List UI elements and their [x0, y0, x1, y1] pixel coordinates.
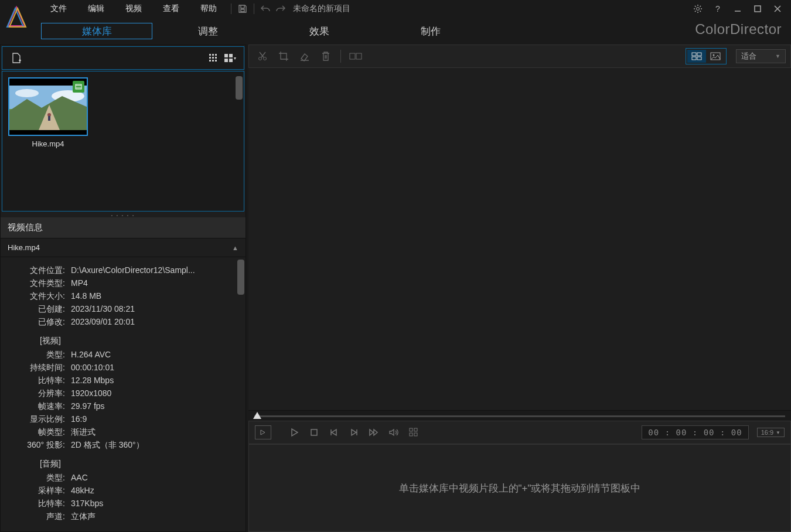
view-single-button[interactable]: [706, 50, 725, 63]
video-badge-icon: [73, 81, 84, 93]
info-label: 分辨率:: [12, 388, 71, 399]
menu-bar: 文件 编辑 视频 查看 帮助 未命名的新项目: [40, 0, 350, 18]
preview-toolbar: 适合 ▼: [248, 45, 791, 68]
svg-rect-12: [224, 54, 228, 57]
tab-produce[interactable]: 制作: [375, 23, 486, 39]
view-thumbnails-button[interactable]: [687, 50, 706, 63]
stop-button[interactable]: [305, 424, 323, 441]
tab-effects[interactable]: 效果: [264, 23, 375, 39]
brand-label: ColorDirector: [695, 21, 782, 37]
help-icon[interactable]: ?: [709, 2, 727, 16]
timecode-display[interactable]: 00 : 00 : 00 : 00: [642, 425, 748, 439]
play-button[interactable]: [285, 424, 303, 441]
separator: [231, 4, 231, 14]
svg-rect-15: [229, 59, 233, 62]
zoom-dropdown[interactable]: 适合 ▼: [736, 49, 786, 63]
play-range-button[interactable]: [255, 425, 271, 439]
next-frame-button[interactable]: [345, 424, 363, 441]
info-value: 29.97 fps: [71, 401, 234, 412]
menu-video[interactable]: 视频: [115, 0, 152, 18]
grid-icon[interactable]: [405, 424, 422, 441]
svg-point-28: [259, 57, 262, 60]
svg-rect-42: [414, 433, 417, 436]
info-label: 类型:: [12, 473, 71, 483]
separator: [254, 4, 254, 14]
file-name-label: Hike.mp4: [8, 243, 40, 252]
close-button[interactable]: [769, 2, 786, 16]
timeline-slider[interactable]: [248, 410, 791, 421]
slider-thumb[interactable]: [253, 412, 261, 419]
svg-rect-9: [209, 60, 211, 62]
title-bar: 文件 编辑 视频 查看 帮助 未命名的新项目 ?: [0, 0, 791, 18]
svg-rect-5: [215, 54, 217, 56]
minimize-button[interactable]: [729, 2, 746, 16]
audio-section-heading: [音频]: [12, 459, 88, 469]
svg-rect-35: [697, 57, 701, 60]
svg-rect-32: [692, 53, 696, 56]
trash-icon[interactable]: [317, 48, 335, 64]
info-label: 文件类型:: [12, 278, 71, 289]
media-toolbar: ▾: [2, 46, 244, 70]
menu-edit[interactable]: 编辑: [77, 0, 115, 18]
file-name-header[interactable]: Hike.mp4 ▲: [1, 238, 246, 257]
prev-frame-button[interactable]: [325, 424, 343, 441]
volume-icon[interactable]: [385, 424, 403, 441]
splitter[interactable]: • • • • •: [1, 213, 246, 217]
tab-media[interactable]: 媒体库: [41, 23, 152, 39]
settings-icon[interactable]: [689, 2, 707, 16]
info-scroll: 文件位置:D:\Axure\ColorDirector12\Sampl... 文…: [1, 257, 246, 531]
fast-forward-button[interactable]: [365, 424, 383, 441]
zoom-label: 适合: [741, 51, 756, 62]
aspect-label: 16:9: [761, 429, 773, 436]
info-label: 文件位置:: [12, 265, 71, 276]
info-value: H.264 AVC: [71, 350, 234, 360]
info-label: 帧类型:: [12, 427, 71, 438]
maximize-button[interactable]: [749, 2, 766, 16]
menu-view[interactable]: 查看: [152, 0, 190, 18]
info-value: 48kHz: [71, 486, 234, 496]
svg-rect-40: [414, 428, 417, 431]
import-icon[interactable]: [8, 50, 25, 66]
info-label: 采样率:: [12, 486, 71, 496]
project-title: 未命名的新项目: [293, 4, 350, 14]
info-value: 2023/09/01 20:01: [71, 317, 234, 328]
storyboard-panel[interactable]: 单击媒体库中视频片段上的"+"或将其拖动到情节图板中: [248, 444, 791, 532]
info-label: 360° 投影:: [12, 440, 71, 451]
svg-point-0: [697, 8, 700, 11]
info-label: 声道:: [12, 511, 71, 522]
collapse-arrow-icon: ▲: [232, 244, 238, 251]
tab-adjust[interactable]: 调整: [152, 23, 264, 39]
grid-view-icon[interactable]: [205, 50, 221, 66]
window-controls: ?: [689, 2, 786, 16]
svg-rect-31: [356, 53, 362, 59]
aspect-ratio-badge[interactable]: 16:9 ▼: [757, 428, 785, 437]
info-label: 文件大小:: [12, 291, 71, 302]
info-value: 317Kbps: [71, 499, 234, 509]
app-logo-icon: [5, 5, 28, 28]
erase-icon[interactable]: [296, 48, 313, 64]
info-label: 持续时间:: [12, 363, 71, 373]
crop-icon[interactable]: [275, 48, 292, 64]
menu-file[interactable]: 文件: [40, 0, 77, 18]
info-label: 类型:: [12, 350, 71, 360]
scrollbar[interactable]: [237, 260, 244, 295]
workspace: ▾: [0, 45, 791, 532]
info-value: MP4: [71, 278, 234, 289]
thumbnail-label: Hike.mp4: [8, 139, 88, 148]
media-thumbnail[interactable]: Hike.mp4: [8, 77, 88, 148]
save-icon[interactable]: [235, 1, 250, 16]
svg-rect-7: [212, 57, 214, 59]
redo-icon[interactable]: [273, 1, 288, 16]
undo-icon[interactable]: [258, 1, 273, 16]
svg-rect-4: [212, 54, 214, 56]
compare-icon[interactable]: [347, 48, 364, 64]
svg-rect-38: [311, 429, 317, 435]
cut-icon[interactable]: [254, 48, 271, 64]
svg-rect-14: [224, 59, 228, 62]
large-view-icon[interactable]: ▾: [221, 50, 238, 66]
menu-help[interactable]: 帮助: [190, 0, 227, 18]
info-value: 16:9: [71, 414, 234, 425]
video-info-header: 视频信息: [1, 217, 246, 238]
playback-bar: 00 : 00 : 00 : 00 16:9 ▼: [248, 421, 791, 444]
scrollbar[interactable]: [236, 76, 243, 100]
